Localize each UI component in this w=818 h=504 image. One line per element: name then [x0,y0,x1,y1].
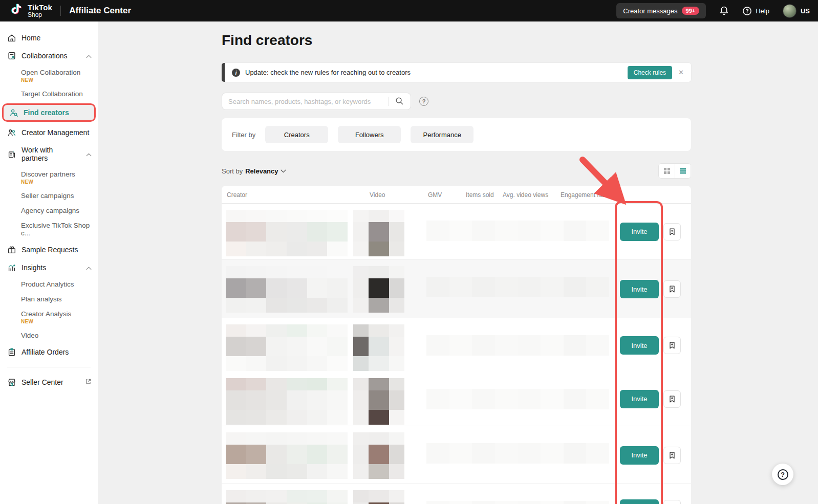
creator-messages-button[interactable]: Creator messages 99+ [616,3,706,18]
redacted-video-thumbnail [353,210,404,256]
invite-button[interactable]: Invite [620,280,659,298]
sidebar-item-agency-campaigns[interactable]: Agency campaigns [0,203,98,218]
chevron-up-icon [86,150,92,158]
sidebar-item-label: Creator Management [21,128,92,137]
help-circle-icon [742,6,752,16]
home-icon [7,33,16,42]
bookmark-button[interactable] [663,223,681,240]
bookmark-icon [668,451,676,459]
sidebar-item-plan-analysis[interactable]: Plan analysis [0,292,98,306]
table-header: CreatorVideoGMVItems soldAvg. video view… [222,186,691,204]
invite-button[interactable]: Invite [620,446,659,465]
sidebar-item-label: Seller Center [21,378,80,386]
sample-requests-icon [7,245,16,254]
sidebar-item-collaborations[interactable]: Collaborations [0,47,98,64]
redacted-creator-info [226,432,348,479]
collaborations-icon [7,51,16,60]
sidebar-item-creator-management[interactable]: Creator Management [0,124,98,141]
floating-help-button[interactable]: ? [772,464,793,485]
sidebar-item-target-collaboration[interactable]: Target Collaboration [0,86,98,101]
search-separator [388,97,389,106]
grid-view-button[interactable] [659,164,675,178]
redacted-video-thumbnail [353,378,404,425]
insights-icon [7,263,16,272]
sidebar-item-seller-center[interactable]: Seller Center [0,374,98,391]
new-badge: NEW [21,319,92,324]
invite-button[interactable]: Invite [620,223,659,241]
sidebar-item-label: Find creators [24,108,90,117]
search-help-icon[interactable]: ? [419,97,428,106]
user-menu[interactable]: US [783,4,810,18]
redacted-creator-info [226,210,348,256]
creator-row: Invite [222,259,691,318]
banner-close-icon[interactable]: ✕ [678,69,684,76]
column-header-video: Video [370,191,385,199]
help-label: Help [756,7,769,15]
affiliate-orders-icon [7,347,16,357]
help-button[interactable]: Help [742,6,769,16]
top-bar: TikTok Shop Affiliate Center Creator mes… [0,0,818,21]
redacted-stats [426,221,609,241]
sidebar-item-affiliate-orders[interactable]: Affiliate Orders [0,343,98,361]
sidebar-item-insights[interactable]: Insights [0,259,98,276]
search-input[interactable] [222,93,411,110]
creator-row: Invite [222,372,691,426]
redacted-stats [426,501,609,504]
notifications-button[interactable] [719,6,729,16]
sidebar-item-work-with-partners[interactable]: Work with partners [0,142,98,166]
search-icon[interactable] [395,97,404,107]
invite-button[interactable]: Invite [620,499,659,504]
column-header-creator: Creator [227,191,247,199]
redacted-video-thumbnail [353,490,404,504]
main-area: Find creators i Update: check the new ru… [98,21,818,504]
sort-dropdown[interactable]: Relevancy [245,167,286,175]
tiktok-shop-logo[interactable]: TikTok Shop [8,2,52,19]
filter-button-creators[interactable]: Creators [265,126,328,143]
sidebar-item-label: Seller campaigns [21,192,92,200]
sidebar-item-video[interactable]: Video [0,328,98,343]
sidebar-item-find-creators[interactable]: Find creators [2,103,96,122]
invite-button[interactable]: Invite [620,336,659,355]
sidebar-item-label: Plan analysis [21,295,92,303]
redacted-video-thumbnail [353,432,404,479]
column-header-gmv: GMV [428,191,442,199]
creator-row: Invite [222,484,691,504]
redacted-creator-info [226,266,348,313]
sidebar-item-discover-partners[interactable]: Discover partnersNEW [0,167,98,188]
bookmark-button[interactable] [663,337,681,354]
find-creators-icon [9,108,18,117]
sidebar: HomeCollaborationsOpen CollaborationNEWT… [0,21,98,504]
user-label: US [801,7,810,15]
brand-line2: Shop [28,12,52,18]
invite-button[interactable]: Invite [620,390,659,408]
sidebar-item-product-analytics[interactable]: Product Analytics [0,277,98,292]
redacted-creator-info [226,378,348,425]
sidebar-item-exclusive-tiktok-shop-c[interactable]: Exclusive TikTok Shop c... [0,218,98,240]
filter-button-followers[interactable]: Followers [338,126,401,143]
bookmark-button[interactable] [663,447,681,464]
bookmark-button[interactable] [663,280,681,298]
bell-icon [719,6,729,16]
sidebar-item-seller-campaigns[interactable]: Seller campaigns [0,188,98,203]
check-rules-button[interactable]: Check rules [628,66,672,79]
bookmark-button[interactable] [663,390,681,408]
sidebar-item-home[interactable]: Home [0,29,98,47]
sidebar-item-creator-analysis[interactable]: Creator AnalysisNEW [0,306,98,328]
sidebar-item-label: Work with partners [21,146,81,162]
sidebar-item-label: Agency campaigns [21,207,92,214]
avatar [783,4,797,18]
sidebar-item-open-collaboration[interactable]: Open CollaborationNEW [0,65,98,86]
update-banner: i Update: check the new rules for reachi… [222,63,691,82]
redacted-stats [426,277,609,297]
view-toggle [658,163,691,179]
bookmark-button[interactable] [663,500,681,504]
sidebar-item-label: Open Collaboration [21,69,92,76]
list-view-button[interactable] [675,164,691,178]
column-header-avg-video-views: Avg. video views [503,191,548,199]
bookmark-icon [668,228,676,236]
unread-count-badge: 99+ [682,7,700,15]
filter-button-performance[interactable]: Performance [411,126,473,143]
sidebar-item-sample-requests[interactable]: Sample Requests [0,241,98,258]
sort-by-label: Sort by [222,167,243,175]
column-header-engagement-rate: Engagement rate [561,191,608,199]
